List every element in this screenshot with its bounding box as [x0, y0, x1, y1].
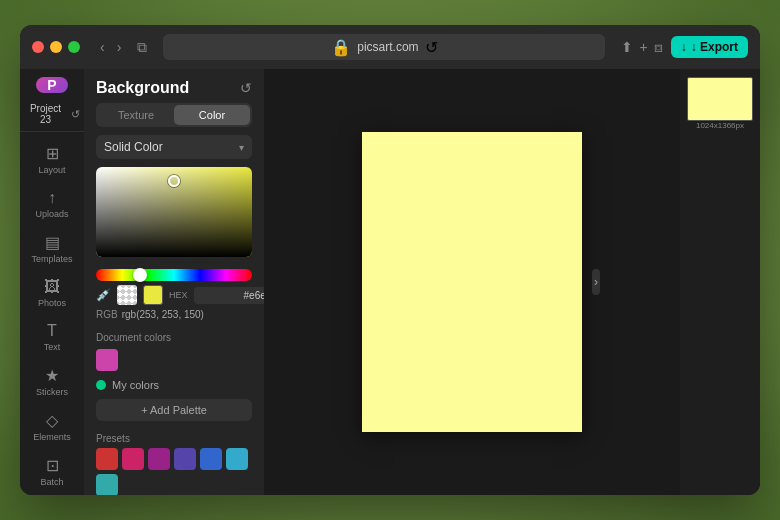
- panel-title: Background: [96, 79, 189, 97]
- sidebar-item-stickers[interactable]: ★ Stickers: [25, 360, 79, 403]
- right-expand-button[interactable]: ›: [592, 269, 600, 295]
- hue-thumb[interactable]: [133, 268, 147, 282]
- rgb-label: RGB: [96, 309, 118, 320]
- canvas-page[interactable]: [362, 132, 582, 432]
- address-bar[interactable]: 🔒 picsart.com ↺: [163, 34, 605, 60]
- preset-swatch-crimson[interactable]: [122, 448, 144, 470]
- sidebar-item-templates[interactable]: ▤ Templates: [25, 227, 79, 270]
- text-icon: T: [47, 322, 57, 340]
- hue-slider[interactable]: [96, 269, 252, 281]
- presets-label: Presets: [96, 433, 252, 444]
- hex-row: 💉 HEX #e6e6Sc: [96, 285, 252, 305]
- elements-icon: ◇: [46, 411, 58, 430]
- sidebar-item-layout[interactable]: ⊞ Layout: [25, 138, 79, 181]
- back-button[interactable]: ‹: [96, 37, 109, 57]
- color-swatch-small: [143, 285, 163, 305]
- color-picker-area[interactable]: [96, 167, 252, 257]
- color-type-dropdown[interactable]: Solid Color: [96, 135, 252, 159]
- hex-input[interactable]: [194, 287, 264, 304]
- color-gradient[interactable]: [96, 167, 252, 257]
- icon-sidebar: P Project 23 ↺ ⊞ Layout ↑ Uploads ▤ Temp…: [20, 69, 84, 495]
- extensions-icon[interactable]: ⧈: [654, 39, 663, 56]
- my-colors-label: My colors: [112, 379, 159, 391]
- window-icon: ⧉: [137, 39, 147, 56]
- preset-swatch-teal[interactable]: [96, 474, 118, 495]
- close-button[interactable]: [32, 41, 44, 53]
- checker-swatch: [117, 285, 137, 305]
- add-palette-button[interactable]: + Add Palette: [96, 399, 252, 421]
- my-colors-dot: [96, 380, 106, 390]
- minimize-button[interactable]: [50, 41, 62, 53]
- rgb-row: RGB rgb(253, 253, 150): [96, 309, 252, 320]
- dropdown-row: Solid Color: [96, 135, 252, 159]
- project-refresh-icon[interactable]: ↺: [71, 108, 80, 121]
- maximize-button[interactable]: [68, 41, 80, 53]
- new-tab-icon[interactable]: +: [639, 39, 647, 55]
- share-icon[interactable]: ⬆: [621, 39, 633, 55]
- hex-label: HEX: [169, 290, 188, 300]
- doc-color-swatch[interactable]: [96, 349, 118, 371]
- picsart-logo[interactable]: P: [36, 77, 68, 93]
- batch-icon: ⊡: [46, 456, 59, 475]
- right-panel: 1024x1366px: [680, 69, 760, 495]
- background-panel: Background ↺ Texture Color Solid Color: [84, 69, 264, 495]
- preset-swatch-blue[interactable]: [200, 448, 222, 470]
- sidebar-item-elements[interactable]: ◇ Elements: [25, 405, 79, 448]
- browser-actions: ⬆ + ⧈: [621, 39, 662, 56]
- export-icon: ↓: [681, 40, 687, 54]
- document-colors-label: Document colors: [96, 332, 252, 343]
- stickers-icon: ★: [45, 366, 59, 385]
- export-button[interactable]: ↓ ↓ Export: [671, 36, 748, 58]
- lock-icon: 🔒: [331, 38, 351, 57]
- url-text: picsart.com: [357, 40, 418, 54]
- canvas-area: ›: [264, 69, 680, 495]
- presets-row: [96, 448, 252, 495]
- uploads-icon: ↑: [48, 189, 56, 207]
- traffic-lights: [32, 41, 80, 53]
- layout-icon: ⊞: [46, 144, 59, 163]
- sidebar-item-batch[interactable]: ⊡ Batch: [25, 450, 79, 493]
- thumbnail-preview[interactable]: [687, 77, 753, 121]
- tab-texture[interactable]: Texture: [98, 105, 174, 125]
- preset-swatch-violet[interactable]: [174, 448, 196, 470]
- thumbnail-label: 1024x1366px: [687, 121, 753, 130]
- doc-colors-row: [96, 349, 252, 371]
- sidebar-item-uploads[interactable]: ↑ Uploads: [25, 183, 79, 225]
- thumbnail-preview-container: 1024x1366px: [687, 77, 753, 130]
- templates-icon: ▤: [45, 233, 60, 252]
- sidebar-item-photos[interactable]: 🖼 Photos: [25, 272, 79, 314]
- color-cursor[interactable]: [168, 175, 180, 187]
- eyedropper-button[interactable]: 💉: [96, 288, 111, 302]
- my-colors-row[interactable]: My colors: [96, 379, 252, 391]
- tab-color[interactable]: Color: [174, 105, 250, 125]
- preset-swatch-purple[interactable]: [148, 448, 170, 470]
- project-name: Project 23: [24, 103, 67, 125]
- panel-header: Background ↺: [84, 69, 264, 103]
- preset-swatch-red[interactable]: [96, 448, 118, 470]
- panel-refresh-icon[interactable]: ↺: [240, 80, 252, 96]
- refresh-icon: ↺: [425, 38, 438, 57]
- preset-swatch-sky[interactable]: [226, 448, 248, 470]
- browser-navigation: ‹ ›: [96, 37, 125, 57]
- tab-row: Texture Color: [96, 103, 252, 127]
- forward-button[interactable]: ›: [113, 37, 126, 57]
- photos-icon: 🖼: [44, 278, 60, 296]
- sidebar-item-text[interactable]: T Text: [25, 316, 79, 358]
- rgb-value: rgb(253, 253, 150): [122, 309, 204, 320]
- hue-slider-row: [96, 269, 252, 281]
